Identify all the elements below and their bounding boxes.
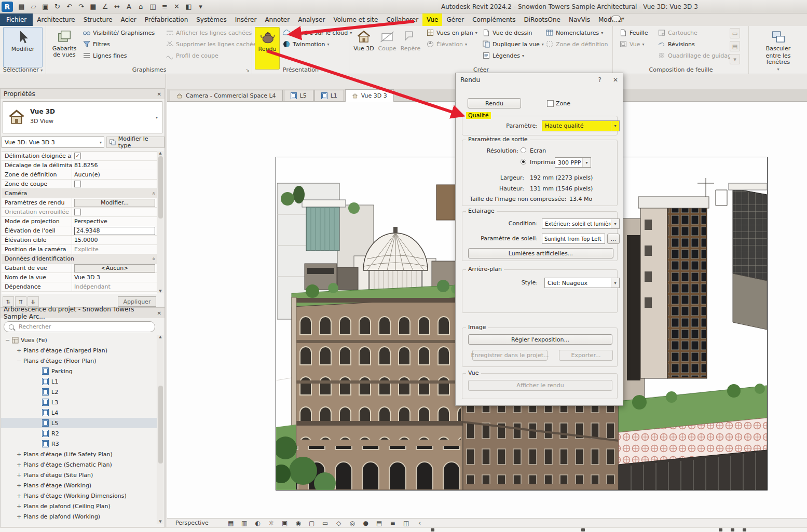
- render-in-cloud-button[interactable]: Rendre sur le cloud ▾: [281, 27, 348, 38]
- search-input[interactable]: [18, 323, 139, 331]
- reveal-hidden-elements-icon[interactable]: ●: [359, 520, 373, 527]
- view-tab[interactable]: Camera - Commercial Space L4: [170, 90, 283, 101]
- ribbon-tab[interactable]: Acier: [117, 13, 141, 26]
- ribbon-tab[interactable]: NavVis: [565, 13, 594, 26]
- close-hidden-windows-icon[interactable]: ✕: [171, 2, 183, 12]
- sort-descending-icon[interactable]: ⇊: [28, 296, 39, 307]
- ribbon-tab[interactable]: Structure: [79, 13, 117, 26]
- sort-ascending-icon[interactable]: ⇈: [15, 296, 26, 307]
- tree-item[interactable]: + Plans de plafond (Working): [1, 511, 157, 522]
- ribbon-options-icon[interactable]: ▾: [611, 16, 624, 21]
- schedules-button[interactable]: Nomenclatures ▾: [544, 27, 611, 38]
- ribbon-tab[interactable]: DiRootsOne: [520, 13, 565, 26]
- redo-icon[interactable]: ↷: [75, 2, 87, 12]
- property-row[interactable]: Élévation de l'oeil 24.9348: [2, 226, 157, 236]
- collapse-chevron-icon[interactable]: «: [151, 257, 156, 260]
- tree-expander[interactable]: +: [17, 347, 23, 354]
- tree-item[interactable]: L5: [1, 418, 157, 428]
- properties-scrollbar[interactable]: ▲ ▼: [157, 151, 163, 293]
- help-icon[interactable]: ?: [598, 76, 601, 84]
- ribbon-tab[interactable]: Architecture: [33, 13, 79, 26]
- tree-item[interactable]: + Plans de plafond (Ceiling Plan): [1, 501, 157, 511]
- sheet-button[interactable]: Feuille: [618, 27, 655, 38]
- tree-expander[interactable]: +: [17, 472, 23, 479]
- artificial-lights-button[interactable]: Lumières artificielles...: [468, 248, 613, 258]
- revit-logo[interactable]: R: [2, 2, 13, 12]
- property-row[interactable]: Orientation verrouillée: [2, 208, 157, 217]
- render-button[interactable]: Rendu: [255, 27, 280, 70]
- tree-item[interactable]: + Plans d'étage (Site Plan): [1, 470, 157, 480]
- view-3d-button[interactable]: Vue 3D: [352, 27, 376, 69]
- thin-lines-icon[interactable]: ≡: [159, 2, 171, 12]
- property-row[interactable]: Mode de projection Perspective: [2, 217, 157, 226]
- visual-style-icon[interactable]: ◐: [251, 520, 265, 527]
- dpi-select[interactable]: 300 PPP ▾: [555, 157, 591, 168]
- tree-expander[interactable]: −: [17, 358, 23, 364]
- start-render-button[interactable]: Rendu: [468, 98, 521, 108]
- dialog-title-bar[interactable]: Rendu ? ✕: [456, 73, 623, 87]
- temporary-view-properties-icon[interactable]: ≡: [386, 520, 400, 527]
- section-icon[interactable]: ◫: [147, 2, 159, 12]
- text-icon[interactable]: A: [123, 2, 135, 12]
- sort-menu-icon[interactable]: ⇅: [3, 296, 14, 307]
- tree-item[interactable]: Parking: [1, 366, 157, 376]
- tree-item[interactable]: − Vues (Fe): [1, 335, 157, 345]
- ribbon-tab[interactable]: Annoter: [261, 13, 294, 26]
- edit-type-button[interactable]: Modifier le type: [106, 137, 165, 148]
- property-row[interactable]: Données d'identification «: [2, 254, 157, 264]
- ribbon-tab[interactable]: Fichier: [0, 13, 33, 26]
- view-scale-icon[interactable]: ▦: [224, 520, 238, 527]
- tree-item[interactable]: + Plans d'étage (Working): [1, 480, 157, 490]
- close-icon[interactable]: ✕: [613, 76, 618, 84]
- drafting-view-button[interactable]: Vue de dessin: [481, 27, 543, 38]
- region-checkbox[interactable]: [547, 100, 554, 107]
- screen-radio[interactable]: [521, 147, 526, 153]
- property-row[interactable]: Paramètres de rendu Modifier...: [2, 198, 157, 208]
- type-selector[interactable]: Vue 3D 3D View ▾: [3, 101, 162, 133]
- tree-expander[interactable]: +: [17, 513, 23, 520]
- tree-item[interactable]: L3: [1, 397, 157, 407]
- sun-path-icon[interactable]: ☼: [265, 520, 278, 527]
- select-panel-label[interactable]: Sélectionner ▾: [0, 66, 46, 73]
- archive-icon[interactable]: ▤: [16, 2, 28, 12]
- unlocked-3d-view-icon[interactable]: ◇: [332, 520, 346, 527]
- revisions-button[interactable]: Révisions: [656, 38, 729, 50]
- show-rendering-dialog-icon[interactable]: ◉: [292, 520, 305, 527]
- tree-item[interactable]: L4: [1, 407, 157, 418]
- tree-item[interactable]: + Plans d'étage (Enlarged Plan): [1, 345, 157, 356]
- switch-windows-button[interactable]: Basculer entre les fenêtres ▾: [754, 27, 803, 71]
- tree-expander[interactable]: +: [17, 451, 23, 458]
- tree-expander[interactable]: −: [5, 337, 12, 344]
- customize-qat-icon[interactable]: ▾: [195, 2, 207, 12]
- ribbon-tab[interactable]: Gérer: [442, 13, 468, 26]
- browse-sun-button[interactable]: ...: [607, 234, 620, 244]
- ribbon-tab[interactable]: Compléments: [468, 13, 519, 26]
- collapse-chevron-icon[interactable]: «: [151, 192, 156, 195]
- sun-setting-field[interactable]: Sunlight from Top Left: [542, 234, 605, 244]
- property-row[interactable]: Délimitation éloignée a... ✓: [2, 152, 157, 161]
- close-icon[interactable]: ✕: [157, 310, 161, 316]
- detail-level-icon[interactable]: ▥: [238, 520, 251, 527]
- property-row[interactable]: Zone de coupe: [2, 180, 157, 189]
- view-selector-combo[interactable]: Vue 3D: Vue 3D 3 ▾: [2, 137, 104, 148]
- open-icon[interactable]: ▱: [28, 2, 39, 12]
- background-style-select[interactable]: Ciel: Nuageux ▾: [544, 278, 620, 288]
- printer-radio[interactable]: [521, 159, 526, 165]
- tree-item[interactable]: − Plans d'étage (Floor Plan): [1, 356, 157, 366]
- undo-icon[interactable]: ↶: [63, 2, 75, 12]
- ribbon-tab[interactable]: Collaborer: [382, 13, 422, 26]
- quality-select[interactable]: Haute qualité ▾: [542, 120, 620, 131]
- show-crop-region-icon[interactable]: ▭: [319, 520, 332, 527]
- filters-button[interactable]: Filtres: [81, 38, 163, 50]
- twinmotion-button[interactable]: Twinmotion ▾: [281, 38, 348, 50]
- adjust-exposure-button[interactable]: Régler l'exposition...: [468, 334, 612, 345]
- save-icon[interactable]: ▣: [39, 2, 51, 12]
- tree-item[interactable]: + Plans d'étage (Schematic Plan): [1, 459, 157, 470]
- tree-expander[interactable]: +: [17, 482, 23, 489]
- worksharing-display-icon[interactable]: ▤: [373, 520, 386, 527]
- browser-scrollbar[interactable]: ▲ ▼: [157, 335, 163, 524]
- tree-item[interactable]: L1: [1, 376, 157, 387]
- property-row[interactable]: Décalage de la délimita... 81.8256: [2, 161, 157, 170]
- lighting-condition-select[interactable]: Extérieur: soleil et lumière ▾: [542, 219, 620, 229]
- modify-button[interactable]: Modifier: [3, 27, 43, 67]
